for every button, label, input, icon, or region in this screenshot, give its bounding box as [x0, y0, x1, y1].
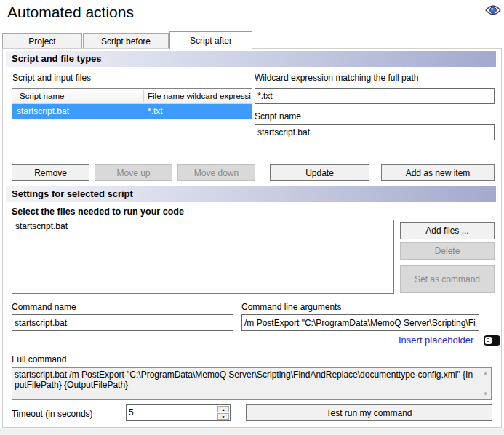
add-as-new-item-button[interactable]: Add as new item — [381, 164, 495, 181]
tab-project-automation[interactable]: Project automation — [2, 33, 82, 49]
command-name-input[interactable] — [12, 314, 233, 331]
select-files-label: Select the files needed to run your code — [12, 207, 184, 217]
list-item[interactable]: startscript.bat — [12, 220, 393, 232]
full-command-scrollbar[interactable]: ▲ ▼ — [479, 368, 491, 399]
move-up-button[interactable]: Move up — [95, 164, 172, 181]
page-title: Automated actions — [7, 4, 134, 21]
command-name-label: Command name — [12, 302, 76, 312]
section-header-settings-for-selected-script: Settings for selected script — [6, 186, 496, 202]
tab-script-before-import[interactable]: Script before import — [83, 33, 169, 49]
script-input-files-label: Script and input files — [12, 73, 91, 83]
files-listbox[interactable]: startscript.bat — [12, 220, 394, 294]
full-command-label: Full command — [12, 354, 66, 364]
command-line-arguments-label: Command line arguments — [241, 302, 341, 312]
toggle-knob-inner — [487, 338, 489, 342]
scroll-up-icon[interactable]: ▲ — [479, 368, 492, 378]
full-command-text: startscript.bat /m PostExport "C:\Progra… — [15, 370, 476, 398]
section-header-script-and-file-types: Script and file types — [6, 51, 496, 67]
script-table-header[interactable]: Script name File name wildcard expressio… — [12, 89, 252, 104]
column-header-script-name[interactable]: Script name — [20, 89, 142, 104]
table-row[interactable]: startscript.bat *.txt — [12, 104, 252, 119]
insert-placeholder-toggle-icon[interactable] — [484, 335, 500, 346]
column-header-wildcard[interactable]: File name wildcard expression — [148, 89, 251, 104]
remove-button[interactable]: Remove — [12, 164, 89, 181]
command-line-arguments-input[interactable] — [241, 314, 479, 331]
delete-button[interactable]: Delete — [400, 242, 495, 260]
scroll-down-icon[interactable]: ▼ — [479, 389, 492, 399]
full-command-box: startscript.bat /m PostExport "C:\Progra… — [12, 367, 492, 400]
toggle-knob — [485, 337, 492, 344]
move-down-button[interactable]: Move down — [177, 164, 255, 181]
column-divider[interactable] — [143, 90, 144, 102]
window-bottom-strip — [0, 428, 504, 435]
update-button[interactable]: Update — [270, 164, 369, 181]
test-run-my-command-button[interactable]: Test run my command — [246, 404, 492, 421]
spinner-down-button[interactable]: ▼ — [217, 413, 229, 420]
timeout-spinner[interactable]: 5 ▲ ▼ — [126, 404, 231, 421]
eye-icon[interactable] — [485, 4, 501, 16]
script-name-label: Script name — [255, 111, 301, 121]
timeout-value[interactable]: 5 — [129, 405, 134, 420]
timeout-label: Timeout (in seconds) — [12, 409, 93, 419]
tab-script-after-export[interactable]: Script after export — [169, 31, 252, 49]
cell-wildcard[interactable]: *.txt — [148, 104, 249, 119]
add-files-button[interactable]: Add files ... — [400, 222, 495, 239]
wildcard-expression-input[interactable] — [255, 88, 495, 104]
insert-placeholder-link[interactable]: Insert placeholder — [399, 335, 473, 346]
script-name-input[interactable] — [255, 124, 495, 140]
cell-script-name[interactable]: startscript.bat — [17, 104, 142, 119]
script-table[interactable]: Script name File name wildcard expressio… — [12, 88, 252, 159]
spinner-up-button[interactable]: ▲ — [217, 406, 229, 412]
wildcard-expression-label: Wildcard expression matching the full pa… — [255, 73, 418, 83]
set-as-command-button[interactable]: Set as command — [400, 265, 495, 293]
